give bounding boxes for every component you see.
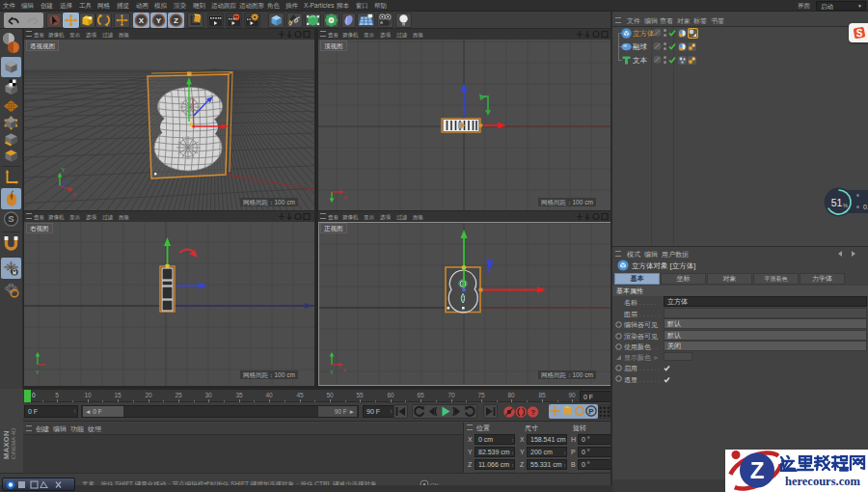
svg-text:X: X <box>139 16 145 25</box>
svg-text:Y: Y <box>62 167 66 173</box>
svg-text:X: X <box>342 368 346 373</box>
svg-text:51: 51 <box>831 197 843 208</box>
svg-text:X: X <box>343 195 347 201</box>
svg-text:Y: Y <box>330 369 334 375</box>
svg-text:X: X <box>72 192 76 198</box>
svg-text:%: % <box>843 203 848 208</box>
svg-text:Z: Z <box>174 16 178 25</box>
svg-text:Y: Y <box>156 16 162 25</box>
svg-text:Z: Z <box>750 457 765 483</box>
svg-text:Y: Y <box>36 369 40 375</box>
svg-text:?: ? <box>530 408 535 417</box>
svg-text:P: P <box>588 407 594 416</box>
svg-text:S: S <box>8 213 14 224</box>
svg-text:S: S <box>856 28 863 39</box>
